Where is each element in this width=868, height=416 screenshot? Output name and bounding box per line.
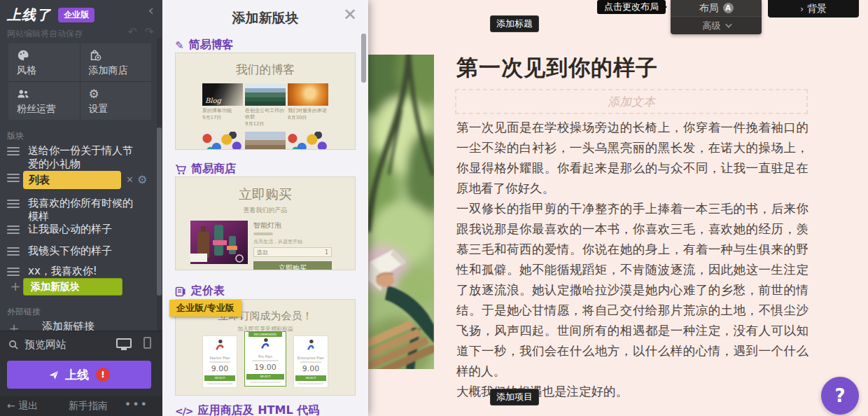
add-title-button[interactable]: 添加标题 — [490, 15, 539, 32]
modal-title: 添加新版块 — [162, 9, 368, 27]
section-item[interactable]: 我喜欢的你所有时候的模样 — [7, 197, 150, 223]
drag-handle-icon[interactable] — [7, 171, 22, 184]
section-label: 我镜头下你的样子 — [28, 244, 134, 258]
drag-handle-icon[interactable] — [7, 244, 22, 258]
more-options-icon[interactable]: ••• — [125, 398, 148, 411]
variant-selector[interactable]: 选款 1 — [253, 247, 332, 257]
remove-section-icon[interactable]: ✕ — [126, 171, 134, 189]
blog-photo-word: Blog — [205, 97, 221, 104]
search-icon — [8, 340, 19, 350]
blog-captions: 新的博客功能 9月17日 在创业公司工作的收获 9月12日 我们对服务的承诺 8… — [176, 108, 355, 127]
html-code-section-header[interactable]: </> 应用商店及 HTML 代码 — [175, 403, 319, 416]
drag-handle-icon[interactable] — [7, 197, 22, 223]
publish-button[interactable]: 上线 ! — [7, 361, 151, 389]
buy-now-button[interactable]: 立即购买 — [253, 261, 332, 270]
blog-post-thumbnail — [202, 132, 243, 150]
blog-post-title: 在创业公司工作的收获 — [245, 108, 284, 120]
desktop-preview-icon[interactable] — [116, 338, 132, 348]
menu-item-style[interactable]: 风格 — [8, 43, 80, 81]
add-icon: + — [8, 278, 22, 295]
section-item[interactable]: 送给你一份关于情人节爱的小礼物 — [7, 144, 150, 171]
sidebar-menu: 风格 添加商店 粉丝运营 ⚙ 设置 — [8, 43, 151, 120]
add-section-modal: 添加新版块 ✕ ✎ 简易博客 我们的博客 Blog 新的博客功能 9月17日 — [162, 0, 368, 416]
drag-handle-icon[interactable] — [7, 223, 22, 236]
blog-post-thumbnail — [288, 132, 328, 150]
drag-handle-icon[interactable] — [7, 144, 22, 171]
plan-card: Starter Plan 9.00 SELECT — [202, 335, 237, 388]
exit-button[interactable]: ← 退出 — [7, 400, 38, 412]
plan-card-recommended: RECOMMENDED Pro Plan 19.00 SELECT — [244, 331, 286, 387]
blog-post-thumbnail: Blog — [202, 83, 243, 106]
external-links-label: 外部链接 — [7, 306, 41, 318]
plan-name: Starter Plan — [204, 356, 235, 360]
layout-panel: 布局 A 高级 — [671, 0, 762, 34]
add-item-button[interactable]: 添加项目 — [490, 389, 539, 405]
menu-item-add-store[interactable]: 添加商店 — [80, 43, 152, 81]
pricing-section-label: 定价表 — [191, 284, 225, 298]
section-label: 我喜欢的你所有时候的模样 — [28, 197, 134, 223]
collapse-sidebar-icon[interactable]: ‹ — [148, 3, 154, 18]
site-canvas: 添加标题 第一次见到你的样子 添加文本 第一次见面是在学校操场旁边的长椅上，你穿… — [368, 0, 868, 416]
store-card-title: 立即购买 — [176, 186, 355, 204]
sidebar-scrollbar-thumb[interactable] — [157, 127, 162, 296]
blog-post-caption: 我们对服务的承诺 8月30日 — [288, 108, 328, 127]
section-item[interactable]: 让我最心动的样子 — [7, 223, 150, 236]
section-label: 让我最心动的样子 — [28, 223, 134, 236]
plan-caption-placeholder — [207, 383, 232, 384]
pen-icon: ✎ — [175, 39, 184, 52]
menu-item-fans[interactable]: 粉丝运营 — [8, 82, 80, 120]
plan-select-button[interactable]: SELECT — [246, 374, 284, 380]
people-icon — [17, 88, 31, 100]
gear-icon: ⚙ — [89, 88, 103, 100]
rocket-icon — [48, 369, 59, 380]
menu-item-settings[interactable]: ⚙ 设置 — [80, 82, 152, 120]
help-button[interactable]: ? — [821, 377, 859, 415]
html-code-label: 应用商店及 HTML 代码 — [198, 403, 320, 416]
product-image — [190, 221, 248, 264]
section-item[interactable]: xx，我喜欢你! — [7, 265, 150, 278]
blog-template-card[interactable]: 我们的博客 Blog 新的博客功能 9月17日 在创业公司工作的收获 9月12日 — [175, 53, 356, 150]
advanced-button[interactable]: 高级 — [671, 16, 762, 34]
product-tagline: 点亮生活，从这里开始 — [253, 238, 332, 245]
blog-post-date: 8月30日 — [288, 115, 328, 121]
advanced-label: 高级 — [703, 20, 721, 32]
menu-label-settings: 设置 — [89, 103, 152, 116]
pricing-table-icon — [175, 286, 186, 297]
blog-post-date: 9月12日 — [245, 121, 286, 127]
blog-post-caption: 新的博客功能 9月17日 — [202, 108, 243, 127]
store-section-label: 简易商店 — [191, 162, 236, 176]
text-placeholder-box[interactable]: 添加文本 — [455, 89, 808, 114]
plan-select-button[interactable]: SELECT — [204, 375, 235, 381]
preview-site-button[interactable]: 预览网站 — [8, 338, 66, 352]
section-rename-input[interactable] — [23, 171, 121, 189]
layout-button[interactable]: 布局 A — [671, 0, 762, 16]
sidebar-footer: ← 退出 新手指南 ••• — [0, 396, 162, 416]
background-button[interactable]: › 背景 — [768, 0, 859, 18]
blog-card-title: 我们的博客 — [176, 62, 355, 78]
page-heading[interactable]: 第一次见到你的样子 — [456, 53, 658, 83]
recommended-tag: RECOMMENDED — [248, 332, 283, 337]
redo-icon[interactable]: ↷ — [145, 25, 154, 39]
body-text[interactable]: 第一次见面是在学校操场旁边的长椅上，你穿着一件挽着袖口的一尘不染的白衬衫，一头乌… — [456, 118, 808, 402]
blog-thumbnails-row2 — [176, 132, 355, 150]
section-item[interactable]: 我镜头下你的样子 — [7, 244, 150, 258]
modal-scrollbar[interactable] — [361, 34, 366, 83]
publish-alert-badge: ! — [96, 368, 110, 382]
menu-label-fans: 粉丝运营 — [17, 103, 80, 116]
section-settings-icon[interactable]: ⚙ — [137, 171, 147, 189]
bench-reading-photo — [368, 55, 434, 369]
chevron-down-icon — [724, 21, 732, 28]
store-template-card[interactable]: 立即购买 查看我们的产品 — [175, 176, 356, 270]
mobile-preview-icon[interactable] — [144, 337, 151, 349]
close-icon[interactable]: ✕ — [343, 6, 357, 24]
blog-post-thumbnail — [245, 132, 286, 150]
store-bag-icon — [89, 49, 103, 62]
layout-label: 布局 — [699, 2, 719, 15]
guide-button[interactable]: 新手指南 — [69, 400, 108, 412]
undo-icon[interactable]: ↶ — [128, 25, 137, 39]
add-section-button[interactable]: 添加新版块 — [23, 278, 122, 296]
drag-handle-icon[interactable] — [7, 265, 22, 278]
plan-select-button[interactable]: SELECT — [295, 375, 326, 381]
palette-icon — [17, 49, 31, 62]
blog-post-caption: 在创业公司工作的收获 9月12日 — [245, 108, 286, 127]
